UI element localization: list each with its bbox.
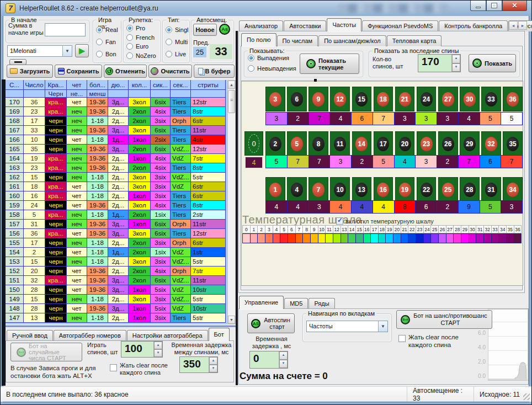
scale-number: 12 <box>333 225 341 233</box>
spin-down-icon[interactable]: ▼ <box>209 365 217 372</box>
radio-0[interactable]: Выпадения <box>248 55 296 61</box>
radio-french[interactable]: French <box>126 34 156 41</box>
scale-swatch <box>311 234 318 243</box>
table-cell: 2кол <box>129 107 151 116</box>
table-header-cell: стриты <box>191 80 226 90</box>
maximize-button[interactable] <box>486 1 502 11</box>
board-number-cell: 32 <box>481 131 501 156</box>
spins-count-spinner[interactable]: 100 ▲▼ <box>121 341 163 358</box>
table-cell: неч <box>67 107 87 116</box>
combo-arrow-icon[interactable]: ▼ <box>62 46 72 56</box>
tab-navigation-combobox[interactable]: Частоты ▼ <box>306 321 388 332</box>
radio-label: Невыпадения <box>257 65 296 72</box>
load-button[interactable]: Загрузить <box>7 65 53 78</box>
tab-main-4[interactable]: Контроль банкролла <box>439 20 508 31</box>
roulette-pocket: 22 <box>421 183 433 197</box>
radio-multi[interactable]: Multi <box>166 39 188 45</box>
save-button[interactable]: Сохранить <box>55 65 102 78</box>
as-icon-button[interactable]: As <box>219 24 230 35</box>
table-scrollbar[interactable]: ▲ ▼ <box>227 80 236 324</box>
radio-fan[interactable]: Fan <box>96 39 118 45</box>
radio-real[interactable]: Real <box>96 26 118 33</box>
radio-1[interactable]: Невыпадения <box>248 65 296 72</box>
table-cell: 161 <box>6 182 24 191</box>
scroll-up-icon[interactable]: ▲ <box>228 81 235 89</box>
radio-singl[interactable]: Singl <box>166 26 188 33</box>
resize-grip[interactable] <box>523 393 530 400</box>
random-bot-button[interactable]: Bot Бот на случайные числа СТАРТ <box>10 343 82 361</box>
spin-down-icon[interactable]: ▼ <box>452 63 460 72</box>
tab-control-2[interactable]: Ряды <box>308 298 334 309</box>
undo-button[interactable]: ↺ Отменить <box>104 65 147 78</box>
new-button[interactable]: Новое <box>193 24 217 36</box>
radio-live[interactable]: Live <box>166 51 188 57</box>
spin-count-spinner[interactable]: 170 ▲▼ <box>418 54 461 72</box>
tab-navigation-value: Частоты <box>307 321 378 332</box>
tab-input-0[interactable]: Ручной ввод <box>7 330 53 341</box>
spin-delay-spinner[interactable]: 350 ▲▼ <box>179 356 218 373</box>
play-button[interactable]: ▶ <box>75 44 89 57</box>
spin-up-icon[interactable]: ▲ <box>452 55 460 63</box>
tab-main-1[interactable]: Автоставки <box>284 20 326 31</box>
clear-after-spin-checkbox[interactable] <box>110 364 117 371</box>
board-number-cell: 4 <box>287 177 307 202</box>
frequency-count-cell: 4 <box>395 156 416 168</box>
tab-input-1[interactable]: Автограббер номеров <box>54 330 126 341</box>
start-sum-input[interactable] <box>45 23 86 36</box>
tab-input-2[interactable]: Настройки автограббера <box>127 330 208 341</box>
spin-up-icon[interactable]: ▲ <box>279 351 288 360</box>
temperature-toggle-checkbox[interactable] <box>336 217 343 225</box>
tab-input-3[interactable]: Бот <box>209 328 230 341</box>
scroll-down-icon[interactable]: ▼ <box>228 316 235 324</box>
radio-bon[interactable]: Bon <box>96 51 118 57</box>
table-cell: 15 <box>24 257 45 267</box>
table-cell: чет <box>67 191 87 201</box>
clear-after-spin-checkbox[interactable] <box>398 335 406 342</box>
copy-to-buffer-button[interactable]: В буфер <box>194 65 235 78</box>
tab-control-1[interactable]: MD5 <box>284 298 308 309</box>
roulette-pocket: 19 <box>399 183 411 197</box>
close-button[interactable]: ✕ <box>502 1 527 11</box>
table-cell: кра... <box>45 154 67 163</box>
table-cell: 1-18 <box>87 257 108 267</box>
table-cell: 1д... <box>108 135 129 145</box>
scroll-thumb[interactable] <box>228 90 235 113</box>
tab-freq-3[interactable]: Тепловая карта <box>387 35 442 46</box>
table-cell: 3кол <box>129 98 151 107</box>
board-number-cell: 1 <box>265 177 285 202</box>
radio-euro[interactable]: Euro <box>126 43 156 50</box>
tabs-scroll-left-icon[interactable]: ◄ <box>509 21 518 30</box>
table-cell: 11str <box>191 126 226 135</box>
spin-down-icon[interactable]: ▼ <box>279 360 288 368</box>
table-cell: VdZ... <box>171 145 191 154</box>
tab-freq-0[interactable]: По полю <box>241 33 276 46</box>
table-cell: 6str <box>191 116 226 126</box>
tabs-scroll-right-icon[interactable]: ► <box>518 21 527 30</box>
delay-spinner[interactable]: 0 ▲▼ <box>249 351 288 369</box>
tab-main-3[interactable]: Функционал PsevdoMS <box>362 20 438 31</box>
combo-arrow-icon[interactable]: ▼ <box>378 321 387 332</box>
tab-control-0[interactable]: Управление <box>239 296 284 309</box>
radio-pro[interactable]: Pro <box>126 25 156 31</box>
tab-main-2[interactable]: Частоты <box>327 18 361 31</box>
tab-freq-2[interactable]: По шансам/дюж/кол <box>318 35 386 46</box>
tab-main-0[interactable]: Анализатор <box>239 20 283 31</box>
show-button[interactable]: Показать <box>469 54 516 72</box>
board-number-row: 147101316192225283134 <box>265 177 523 202</box>
autospin-start-button[interactable]: AS Автоспин старт <box>247 313 295 333</box>
table-cell: 19-36 <box>87 107 108 116</box>
spin-down-icon[interactable]: ▼ <box>154 349 162 357</box>
chance-bot-button[interactable]: Bot Бот на шанс/противошанс СТАРТ <box>396 310 492 329</box>
table-cell: 20 <box>24 267 45 276</box>
show-current-button[interactable]: Показать текущие <box>300 54 359 74</box>
table-cell: 2six <box>151 135 171 145</box>
spin-up-icon[interactable]: ▲ <box>154 342 162 349</box>
tab-freq-1[interactable]: По числам <box>277 35 318 46</box>
table-row: 15731черннеч19-363д...1кол6sixOrph11str <box>6 220 227 229</box>
minimize-button[interactable] <box>470 1 486 11</box>
clear-button[interactable]: Очистить <box>148 65 192 78</box>
preset-combobox[interactable]: 1Melonati ▼ <box>7 45 72 57</box>
spin-up-icon[interactable]: ▲ <box>209 357 217 365</box>
horizontal-splitter[interactable] <box>6 326 236 327</box>
radio-nozero[interactable]: NoZero <box>126 52 156 59</box>
